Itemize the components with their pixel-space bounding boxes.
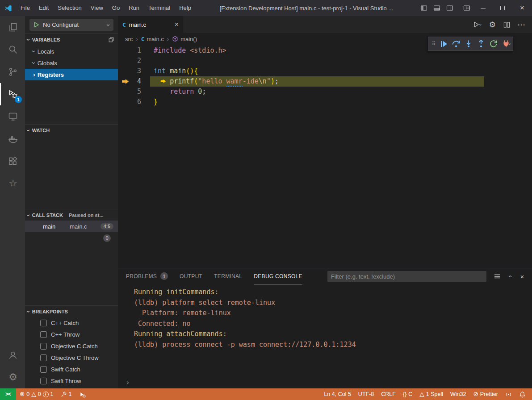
stack-frame-main[interactable]: mainmain.c4:5	[25, 221, 118, 232]
code-editor[interactable]: 1#include <stdio.h>23int main(){4 printf…	[118, 45, 532, 268]
menu-help[interactable]: Help	[175, 0, 196, 16]
activity-explorer-icon[interactable]	[0, 16, 25, 38]
run-or-debug-button[interactable]: ›	[473, 21, 482, 28]
toggle-secondary-sidebar-icon[interactable]	[443, 0, 456, 16]
console-filter-input[interactable]	[327, 271, 486, 282]
activity-remote-explorer-icon[interactable]	[0, 105, 25, 128]
continue-button[interactable]	[437, 38, 450, 50]
menu-go[interactable]: Go	[108, 0, 124, 16]
eol-status[interactable]: CRLF	[377, 388, 399, 400]
accounts-icon[interactable]	[0, 344, 25, 366]
customize-layout-icon[interactable]	[460, 0, 473, 16]
activity-run-debug-icon[interactable]: 1	[0, 83, 25, 105]
code-text[interactable]: #include <stdio.h>	[154, 46, 226, 56]
breakpoint-swift-throw[interactable]: Swift Throw	[25, 375, 118, 387]
maximize-button[interactable]	[493, 0, 512, 16]
panel-tab-debug-console[interactable]: DEBUG CONSOLE	[254, 268, 302, 284]
broadcast-status[interactable]	[502, 388, 515, 400]
step-over-button[interactable]	[450, 38, 462, 50]
close-panel-icon[interactable]: ×	[517, 271, 528, 282]
gutter-margin[interactable]	[118, 46, 130, 56]
variables-item-registers[interactable]: ›Registers	[25, 69, 118, 80]
gutter-margin[interactable]	[118, 97, 130, 107]
debug-config-dropdown[interactable]: No Configurat ›	[29, 19, 113, 31]
code-line[interactable]: 2	[118, 56, 532, 66]
gutter-margin[interactable]	[118, 56, 130, 66]
breakpoint-checkbox[interactable]	[40, 366, 47, 373]
code-line[interactable]: 3int main(){	[118, 66, 532, 76]
restart-button[interactable]	[487, 38, 500, 50]
activity-search-icon[interactable]	[0, 38, 25, 61]
panel-tab-problems[interactable]: PROBLEMS1	[126, 268, 168, 284]
call-stack-section-header[interactable]: › CALL STACK Paused on st...	[25, 209, 118, 221]
gutter-margin[interactable]	[118, 66, 130, 76]
toggle-panel-icon[interactable]	[430, 0, 443, 16]
remote-indicator[interactable]: ><	[0, 388, 16, 400]
problems-status[interactable]: ⊗0 △0 i1	[16, 388, 57, 400]
cursor-position-status[interactable]: Ln 4, Col 5	[320, 388, 354, 400]
code-text[interactable]: printf("hello wamr-ide\n");	[150, 76, 484, 87]
breakpoint-checkbox[interactable]	[40, 331, 47, 338]
breakpoint-objective-c-catch[interactable]: Objective C Catch	[25, 340, 118, 352]
tab-main-c[interactable]: C main.c ×	[118, 16, 183, 33]
debug-status[interactable]	[75, 388, 89, 400]
activity-docker-icon[interactable]	[0, 128, 25, 150]
spell-checker-status[interactable]: △ 1 Spell	[416, 388, 447, 400]
language-mode-status[interactable]: {} C	[399, 388, 416, 400]
watch-section-header[interactable]: › WATCH	[25, 124, 118, 136]
breakpoint-checkbox[interactable]	[40, 343, 47, 350]
breakpoint-c-catch[interactable]: C++ Catch	[25, 317, 118, 329]
encoding-status[interactable]: UTF-8	[355, 388, 377, 400]
code-line[interactable]: 5 return 0;	[118, 87, 532, 97]
more-actions-icon[interactable]: ···	[518, 21, 526, 29]
breakpoint-checkbox[interactable]	[40, 320, 47, 326]
breakpoint-checkbox[interactable]	[40, 354, 47, 361]
filter-lines-icon[interactable]	[492, 271, 503, 282]
activity-source-control-icon[interactable]	[0, 61, 25, 83]
launch-settings-gear-icon[interactable]: ⚙	[489, 21, 496, 29]
panel-tab-terminal[interactable]: TERMINAL	[214, 268, 242, 284]
chevron-down-icon[interactable]: ›	[507, 43, 512, 45]
menu-selection[interactable]: Selection	[53, 0, 86, 16]
activity-extensions-icon[interactable]	[0, 150, 25, 172]
close-button[interactable]: ×	[512, 0, 532, 16]
gutter-margin[interactable]	[118, 87, 130, 97]
variables-section-header[interactable]: › VARIABLES	[25, 34, 118, 46]
toggle-sidebar-icon[interactable]	[417, 0, 430, 16]
platform-status[interactable]: Win32	[447, 388, 469, 400]
breadcrumb-folder[interactable]: src	[125, 36, 133, 42]
step-into-button[interactable]	[462, 38, 475, 50]
debug-console-input[interactable]: ›	[118, 376, 532, 388]
variables-action-icon[interactable]	[108, 37, 114, 43]
variables-item-globals[interactable]: ›Globals	[25, 57, 118, 69]
tasks-status[interactable]: 1	[57, 388, 75, 400]
code-text[interactable]: }	[154, 97, 158, 107]
menu-run[interactable]: Run	[124, 0, 144, 16]
menu-view[interactable]: View	[86, 0, 108, 16]
breakpoint-swift-catch[interactable]: Swift Catch	[25, 363, 118, 375]
activity-star-icon[interactable]: ☆	[0, 172, 25, 195]
breakpoint-checkbox[interactable]	[40, 378, 47, 384]
tab-close-icon[interactable]: ×	[175, 21, 179, 29]
breadcrumb-symbol[interactable]: main()	[172, 36, 197, 42]
menu-terminal[interactable]: Terminal	[144, 0, 175, 16]
code-line[interactable]: 4 printf("hello wamr-ide\n");	[118, 76, 532, 87]
split-editor-icon[interactable]	[503, 21, 510, 28]
menu-edit[interactable]: Edit	[34, 0, 53, 16]
menu-file[interactable]: File	[16, 0, 34, 16]
step-out-button[interactable]	[475, 38, 487, 50]
formatter-status[interactable]: ⊘ Prettier	[469, 388, 502, 400]
variables-item-locals[interactable]: ›Locals	[25, 46, 118, 57]
notifications-bell[interactable]	[515, 388, 529, 400]
minimize-button[interactable]	[473, 0, 493, 16]
code-text[interactable]: return 0;	[154, 87, 206, 97]
code-text[interactable]: int main(){	[154, 66, 198, 76]
breakpoint-c-throw[interactable]: C++ Throw	[25, 329, 118, 340]
breadcrumb-file[interactable]: C main.c	[141, 36, 164, 42]
panel-tab-output[interactable]: OUTPUT	[180, 268, 202, 284]
breakpoint-objective-c-throw[interactable]: Objective C Throw	[25, 352, 118, 363]
breakpoints-section-header[interactable]: › BREAKPOINTS	[25, 305, 118, 317]
code-line[interactable]: 6}	[118, 97, 532, 107]
current-line-gutter-arrow[interactable]	[118, 76, 130, 87]
gripper-icon[interactable]: ⠿	[430, 41, 437, 47]
